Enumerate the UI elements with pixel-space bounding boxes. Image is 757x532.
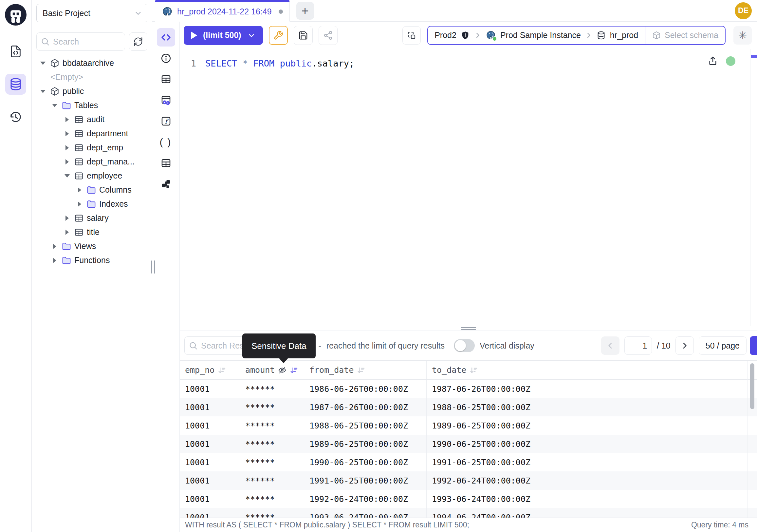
user-avatar[interactable]: DE: [735, 2, 752, 19]
cell-emp-no[interactable]: 10001: [180, 416, 240, 435]
cell-from-date[interactable]: 1991-06-25T00:00:00Z: [304, 471, 427, 490]
sidebar-resize-handle[interactable]: [151, 261, 155, 273]
rail-database-button[interactable]: [5, 74, 26, 95]
select-schema-button[interactable]: Select schema: [645, 26, 725, 44]
cell-to-date[interactable]: 1990-06-25T00:00:00Z: [427, 435, 549, 453]
cell-to-date[interactable]: 1993-06-24T00:00:00Z: [427, 490, 549, 508]
caret-right-icon[interactable]: [51, 257, 59, 265]
cell-from-date[interactable]: 1990-06-25T00:00:00Z: [304, 453, 427, 471]
table-row[interactable]: 10001 ****** 1988-06-25T00:00:00Z 1989-0…: [180, 416, 757, 435]
tree-item-department[interactable]: department: [32, 126, 152, 141]
caret-down-icon[interactable]: [51, 102, 59, 110]
chevron-down-icon[interactable]: [247, 31, 256, 40]
caret-right-icon[interactable]: [63, 214, 71, 222]
caret-right-icon[interactable]: [63, 228, 71, 236]
sort-icon[interactable]: [357, 366, 365, 374]
bytebase-logo[interactable]: [5, 4, 26, 25]
cell-to-date[interactable]: 1994-06-24T00:00:00Z: [427, 508, 549, 517]
cell-to-date[interactable]: 1992-06-24T00:00:00Z: [427, 471, 549, 490]
column-header-amount[interactable]: amount: [240, 361, 304, 379]
cell-from-date[interactable]: 1988-06-25T00:00:00Z: [304, 416, 427, 435]
prev-page-button[interactable]: [601, 336, 620, 355]
cell-from-date[interactable]: 1993-06-24T00:00:00Z: [304, 508, 427, 517]
eye-off-icon[interactable]: [278, 366, 287, 374]
code-panel-button[interactable]: [157, 28, 175, 47]
tree-item-audit[interactable]: audit: [32, 112, 152, 126]
external-tables-panel-button[interactable]: [157, 154, 175, 172]
tree-item-dept-emp[interactable]: dept_emp: [32, 141, 152, 155]
cell-from-date[interactable]: 1987-06-26T00:00:00Z: [304, 398, 427, 416]
sort-icon[interactable]: [290, 366, 298, 374]
table-scrollbar-thumb[interactable]: [750, 363, 754, 409]
tables-panel-button[interactable]: [157, 70, 175, 88]
caret-down-icon[interactable]: [39, 59, 47, 67]
table-row[interactable]: 10001 ****** 1993-06-24T00:00:00Z 1994-0…: [180, 508, 757, 517]
tree-item-functions[interactable]: Functions: [32, 253, 152, 267]
cell-emp-no[interactable]: 10001: [180, 398, 240, 416]
cell-amount-masked[interactable]: ******: [240, 380, 304, 398]
masked-data-panel-button[interactable]: [157, 91, 175, 110]
run-query-button[interactable]: (limit 500): [184, 26, 263, 45]
tree-item-tables[interactable]: Tables: [32, 98, 152, 112]
new-tab-button[interactable]: +: [296, 2, 314, 20]
project-select[interactable]: Basic Project: [36, 4, 147, 22]
cell-amount-masked[interactable]: ******: [240, 508, 304, 517]
tree-item-views[interactable]: Views: [32, 239, 152, 253]
worksheet-tab[interactable]: hr_prod 2024-11-22 16:49: [155, 0, 290, 22]
breadcrumb[interactable]: Prod2: [428, 26, 645, 44]
tree-item-dept-manager[interactable]: dept_mana...: [32, 155, 152, 169]
cell-amount-masked[interactable]: ******: [240, 471, 304, 490]
cell-from-date[interactable]: 1986-06-26T00:00:00Z: [304, 380, 427, 398]
page-size-select[interactable]: 50 / page: [699, 336, 746, 355]
cell-amount-masked[interactable]: ******: [240, 416, 304, 435]
query-settings-button[interactable]: [269, 26, 288, 45]
sort-icon[interactable]: [218, 366, 226, 374]
table-row[interactable]: 10001 ****** 1990-06-25T00:00:00Z 1991-0…: [180, 453, 757, 471]
cell-emp-no[interactable]: 10001: [180, 380, 240, 398]
cell-from-date[interactable]: 1992-06-24T00:00:00Z: [304, 490, 427, 508]
column-header-to-date[interactable]: to_date: [427, 361, 549, 379]
rail-history-button[interactable]: [5, 107, 26, 127]
column-header-from-date[interactable]: from_date: [304, 361, 427, 379]
cell-amount-masked[interactable]: ******: [240, 453, 304, 471]
table-row[interactable]: 10001 ****** 1989-06-25T00:00:00Z 1990-0…: [180, 435, 757, 453]
sidebar-search-box[interactable]: [36, 32, 125, 51]
caret-right-icon[interactable]: [76, 186, 83, 194]
connection-breadcrumb[interactable]: Prod2: [427, 26, 726, 45]
cell-emp-no[interactable]: 10001: [180, 508, 240, 517]
table-row[interactable]: 10001 ****** 1992-06-24T00:00:00Z 1993-0…: [180, 490, 757, 508]
upload-sql-icon[interactable]: [708, 56, 718, 66]
cell-from-date[interactable]: 1989-06-25T00:00:00Z: [304, 435, 427, 453]
info-panel-button[interactable]: [157, 49, 175, 68]
rail-worksheet-button[interactable]: [5, 41, 26, 62]
schema-diagram-button[interactable]: [157, 175, 175, 193]
tree-item-columns[interactable]: Columns: [32, 183, 152, 197]
caret-right-icon[interactable]: [63, 144, 71, 152]
cell-amount-masked[interactable]: ******: [240, 490, 304, 508]
ai-assistant-button[interactable]: ✳: [733, 26, 752, 45]
cell-emp-no[interactable]: 10001: [180, 490, 240, 508]
cell-emp-no[interactable]: 10001: [180, 471, 240, 490]
panel-resize-handle[interactable]: [180, 326, 757, 331]
table-row[interactable]: 10001 ****** 1991-06-25T00:00:00Z 1992-0…: [180, 471, 757, 490]
refresh-schema-button[interactable]: [129, 32, 147, 51]
table-row[interactable]: 10001 ****** 1987-06-26T00:00:00Z 1988-0…: [180, 398, 757, 416]
cell-to-date[interactable]: 1987-06-26T00:00:00Z: [427, 380, 549, 398]
cell-to-date[interactable]: 1989-06-25T00:00:00Z: [427, 416, 549, 435]
tree-item-title[interactable]: title: [32, 225, 152, 239]
tree-item-employee[interactable]: employee: [32, 169, 152, 183]
sql-editor[interactable]: 1 SELECT * FROM public.salary;: [180, 49, 757, 326]
batch-query-button[interactable]: [402, 26, 421, 45]
sidebar-search-input[interactable]: [53, 37, 121, 47]
cell-amount-masked[interactable]: ******: [240, 398, 304, 416]
export-button[interactable]: [750, 336, 757, 355]
save-sheet-button[interactable]: [294, 26, 313, 45]
caret-down-icon[interactable]: [39, 87, 47, 95]
cell-emp-no[interactable]: 10001: [180, 453, 240, 471]
tree-item-public[interactable]: public: [32, 84, 152, 98]
caret-right-icon[interactable]: [63, 158, 71, 166]
page-number-input[interactable]: [624, 336, 652, 355]
cell-amount-masked[interactable]: ******: [240, 435, 304, 453]
procedures-panel-button[interactable]: ( ): [157, 133, 175, 151]
table-row[interactable]: 10001 ****** 1986-06-26T00:00:00Z 1987-0…: [180, 380, 757, 398]
